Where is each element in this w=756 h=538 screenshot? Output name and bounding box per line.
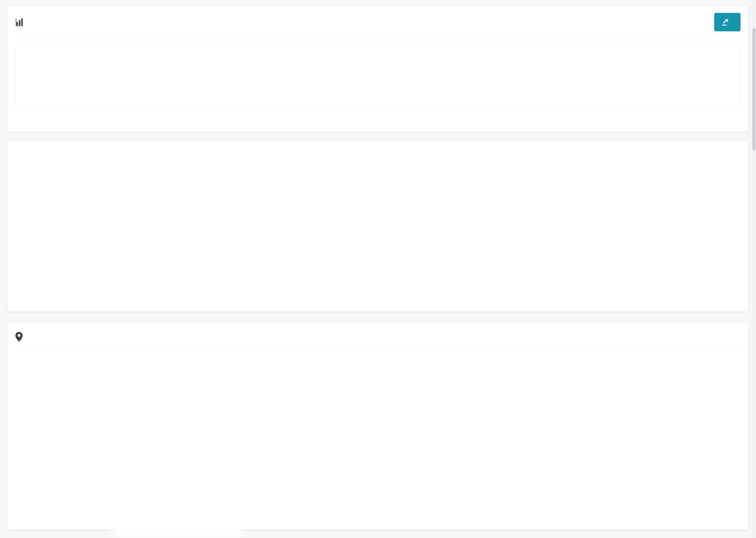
- page-title: [15, 17, 30, 27]
- geo-table-header-row: [385, 360, 741, 380]
- geo-header: [15, 322, 740, 351]
- column-header-country: [385, 360, 622, 380]
- stats-summary: [15, 46, 740, 110]
- geo-pie-chart: [42, 359, 193, 510]
- export-basic-stats-button[interactable]: [714, 13, 740, 31]
- map-pin-icon: [15, 332, 23, 342]
- tracking-stats-card: [7, 5, 748, 132]
- rates-card: [7, 141, 748, 312]
- scrollbar-thumb[interactable]: [752, 28, 756, 150]
- column-header-total: [622, 360, 741, 380]
- geo-table: [385, 360, 741, 380]
- blurred-region: [110, 513, 244, 538]
- geo-title: [15, 332, 28, 342]
- geo-opens-card: [7, 322, 748, 530]
- scrollbar-track[interactable]: [752, 0, 756, 538]
- export-icon: [721, 18, 729, 26]
- tracking-stats-header: [15, 5, 740, 39]
- geo-table-wrap: [385, 360, 741, 521]
- bar-chart-icon: [15, 17, 25, 27]
